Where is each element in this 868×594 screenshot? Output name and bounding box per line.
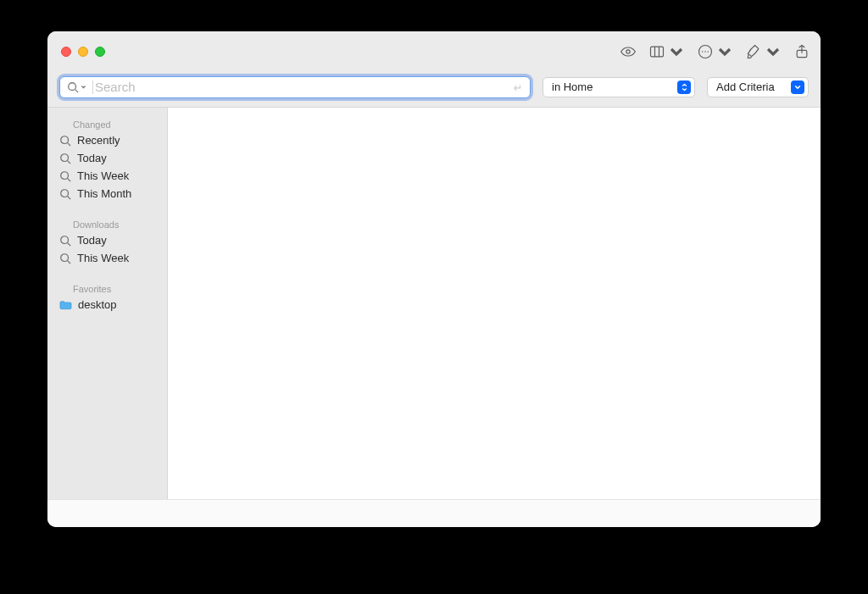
svg-line-18 (68, 196, 71, 199)
scope-dropdown[interactable]: in Home (542, 77, 695, 97)
section-header-downloads: Downloads (47, 214, 167, 231)
search-icon (59, 188, 71, 200)
svg-line-10 (75, 89, 79, 92)
chevron-down-icon (765, 43, 782, 60)
sidebar-item-this-month[interactable]: This Month (47, 185, 167, 203)
svg-point-7 (708, 51, 709, 53)
sidebar-item-dl-this-week[interactable]: This Week (47, 249, 167, 267)
svg-line-20 (68, 242, 71, 246)
sidebar-item-dl-today[interactable]: Today (47, 231, 167, 249)
sidebar-item-recently[interactable]: Recently (47, 131, 167, 149)
svg-point-15 (61, 171, 69, 179)
share-button[interactable] (793, 43, 810, 60)
eye-icon (620, 43, 637, 60)
section-header-favorites: Favorites (47, 279, 167, 296)
preview-button[interactable] (620, 43, 637, 60)
search-icon (59, 235, 71, 247)
minimize-button[interactable] (78, 47, 88, 57)
sidebar-item-label: Today (77, 152, 107, 164)
search-icon (59, 153, 71, 164)
folder-icon (59, 300, 72, 310)
search-input[interactable] (95, 77, 511, 97)
toolbar-icons (620, 43, 810, 60)
search-icon (59, 170, 71, 182)
sidebar-item-label: desktop (78, 298, 117, 311)
svg-point-17 (61, 189, 69, 197)
svg-point-0 (626, 50, 630, 53)
brush-icon (745, 43, 762, 60)
titlebar (47, 31, 821, 72)
action-button[interactable] (697, 43, 733, 60)
close-button[interactable] (61, 47, 71, 57)
body: Changed Recently Today This Week This Mo… (47, 108, 821, 499)
svg-line-12 (68, 142, 71, 146)
group-button[interactable] (648, 43, 685, 60)
sidebar-item-label: This Week (77, 252, 129, 264)
svg-line-22 (68, 260, 71, 264)
svg-point-19 (61, 236, 69, 243)
search-field-wrap[interactable] (59, 76, 531, 98)
sidebar-item-label: This Week (77, 169, 129, 182)
scope-label: in Home (552, 80, 593, 93)
sidebar-item-today[interactable]: Today (47, 149, 167, 167)
divider (92, 80, 93, 94)
finder-window: in Home Add Criteria Changed Recently To… (47, 31, 821, 527)
svg-rect-1 (651, 47, 664, 57)
chevron-down-icon[interactable] (81, 84, 86, 90)
share-icon (793, 43, 810, 60)
svg-line-16 (68, 178, 71, 181)
zoom-button[interactable] (95, 47, 105, 57)
svg-point-13 (61, 153, 69, 161)
chevron-down-icon (791, 80, 804, 94)
criteria-dropdown[interactable]: Add Criteria (707, 77, 809, 97)
edit-tags-button[interactable] (745, 43, 782, 60)
svg-point-5 (702, 51, 704, 53)
updown-icon (677, 80, 691, 94)
content-area (168, 108, 821, 499)
search-toolbar: in Home Add Criteria (47, 72, 821, 108)
return-icon (511, 81, 523, 93)
columns-icon (648, 43, 665, 60)
window-controls (61, 47, 105, 57)
footer (47, 499, 821, 527)
chevron-down-icon (668, 43, 685, 60)
section-header-changed: Changed (47, 114, 167, 131)
search-icon (59, 253, 71, 264)
sidebar-item-this-week[interactable]: This Week (47, 167, 167, 185)
svg-point-11 (61, 136, 69, 143)
sidebar-item-desktop[interactable]: desktop (47, 296, 167, 314)
search-icon (67, 81, 79, 93)
sidebar-item-label: Recently (77, 134, 120, 147)
search-icon (59, 135, 71, 147)
sidebar: Changed Recently Today This Week This Mo… (47, 108, 168, 499)
svg-point-21 (61, 253, 69, 261)
chevron-down-icon (716, 43, 733, 60)
sidebar-item-label: Today (77, 234, 107, 247)
svg-point-6 (704, 51, 706, 53)
ellipsis-circle-icon (697, 43, 714, 60)
sidebar-item-label: This Month (77, 187, 131, 200)
svg-line-14 (68, 160, 71, 164)
svg-point-9 (69, 82, 76, 90)
criteria-label: Add Criteria (716, 80, 775, 93)
